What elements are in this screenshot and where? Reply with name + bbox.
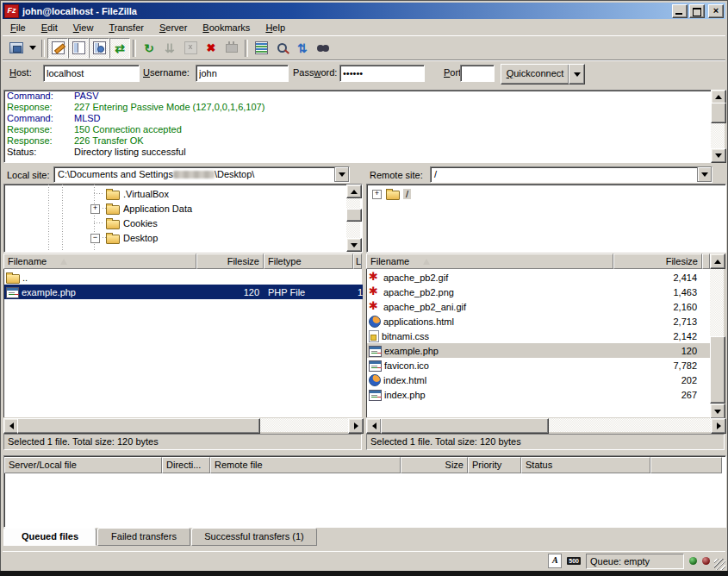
tab-successful-transfers[interactable]: Successful transfers (1) bbox=[191, 528, 317, 546]
file-row[interactable]: bitnami.css2,142 bbox=[367, 329, 711, 343]
toggle-transfer-queue-button[interactable]: ⇄ bbox=[109, 38, 130, 59]
local-site-label: Local site: bbox=[7, 170, 50, 180]
disconnect-button[interactable]: ✖ bbox=[201, 38, 221, 59]
tree-item-virtualbox[interactable]: .VirtualBox bbox=[106, 186, 169, 201]
file-row-parent-dir[interactable]: .. bbox=[4, 270, 363, 285]
toggle-message-log-button[interactable] bbox=[47, 38, 68, 59]
remote-vscrollbar[interactable] bbox=[710, 254, 724, 417]
menu-server[interactable]: Server bbox=[152, 21, 195, 34]
cancel-operation-button[interactable]: x bbox=[180, 38, 201, 59]
folder-icon bbox=[106, 235, 120, 244]
column-header-filesize[interactable]: Filesize bbox=[613, 254, 702, 269]
scroll-down-button[interactable] bbox=[346, 238, 362, 252]
scroll-left-button[interactable] bbox=[366, 418, 382, 434]
remote-hscrollbar[interactable] bbox=[366, 418, 725, 432]
synchronized-browsing-button[interactable]: ⇅ bbox=[292, 38, 313, 59]
close-button[interactable]: × bbox=[708, 4, 724, 18]
column-header-remote-file[interactable]: Remote file bbox=[210, 457, 401, 473]
column-header-server-local-file[interactable]: Server/Local file bbox=[4, 457, 162, 473]
menu-edit[interactable]: Edit bbox=[34, 21, 65, 34]
tree-item-desktop[interactable]: Desktop bbox=[106, 230, 158, 245]
file-row[interactable]: apache_pb2.png1,463 bbox=[367, 285, 711, 299]
folder-icon bbox=[386, 191, 400, 200]
tree-expander[interactable]: − bbox=[90, 234, 100, 243]
file-row[interactable]: favicon.ico7,782 bbox=[367, 358, 711, 373]
log-line: Status:Directory listing successful bbox=[4, 147, 711, 158]
tree-item-root[interactable]: / bbox=[386, 186, 411, 201]
menu-transfer[interactable]: Transfer bbox=[101, 21, 152, 34]
local-path-prefix: C:\Documents and Settings bbox=[58, 169, 173, 179]
toggle-remote-tree-button[interactable] bbox=[89, 38, 109, 59]
scroll-right-button[interactable] bbox=[348, 418, 364, 434]
quickconnect-dropdown-button[interactable] bbox=[569, 64, 585, 85]
tree-expander[interactable]: + bbox=[90, 204, 100, 214]
speed-limits-icon[interactable]: 500 bbox=[567, 557, 581, 565]
directory-comparison-button[interactable] bbox=[251, 38, 271, 59]
toolbar-separator bbox=[245, 40, 248, 57]
reconnect-button[interactable] bbox=[221, 38, 242, 59]
menu-view[interactable]: View bbox=[65, 21, 102, 34]
file-row-selected[interactable]: example.php120 bbox=[367, 343, 711, 358]
tree-expander[interactable]: + bbox=[372, 190, 382, 199]
menu-help[interactable]: Help bbox=[258, 21, 293, 34]
process-queue-button[interactable]: ⇊ bbox=[159, 38, 180, 59]
column-header-filename[interactable]: Filename bbox=[366, 254, 613, 269]
tree-item-application-data[interactable]: Application Data bbox=[106, 201, 192, 216]
local-site-dropdown-button[interactable] bbox=[334, 167, 349, 182]
file-row[interactable]: applications.html2,713 bbox=[367, 314, 711, 329]
column-header-size[interactable]: Size bbox=[401, 457, 468, 473]
column-header-direction[interactable]: Directi... bbox=[162, 457, 210, 473]
column-header-filesize[interactable]: Filesize bbox=[196, 254, 264, 269]
column-header-filename[interactable]: Filename bbox=[3, 254, 196, 269]
chevron-down-icon bbox=[29, 46, 36, 50]
column-header-priority[interactable]: Priority bbox=[468, 457, 521, 473]
column-header-status[interactable]: Status bbox=[521, 457, 650, 473]
scroll-right-button[interactable] bbox=[711, 418, 726, 434]
local-tree-scrollbar[interactable] bbox=[346, 185, 360, 250]
file-row[interactable]: apache_pb2_ani.gif2,160 bbox=[367, 299, 711, 314]
file-row-example-php[interactable]: example.php 120 PHP File 1 bbox=[4, 285, 363, 299]
menu-file[interactable]: File bbox=[3, 21, 34, 34]
file-row[interactable]: index.html202 bbox=[367, 373, 711, 387]
remote-site-dropdown-button[interactable] bbox=[697, 167, 712, 182]
resize-grip[interactable] bbox=[714, 559, 725, 570]
scrollbar-thumb[interactable] bbox=[17, 418, 260, 434]
scrollbar-thumb[interactable] bbox=[711, 103, 726, 123]
scroll-down-button[interactable] bbox=[710, 404, 725, 419]
menu-bookmarks[interactable]: Bookmarks bbox=[195, 21, 258, 34]
password-input[interactable] bbox=[339, 65, 425, 82]
quickconnect-button[interactable]: Quickconnect bbox=[501, 64, 569, 85]
minimize-button[interactable] bbox=[672, 4, 688, 18]
column-header-filetype[interactable]: Filetype bbox=[264, 254, 353, 269]
scrollbar-thumb[interactable] bbox=[346, 209, 362, 222]
local-hscrollbar[interactable] bbox=[3, 418, 362, 432]
tab-failed-transfers[interactable]: Failed transfers bbox=[97, 528, 190, 546]
site-manager-dropdown-button[interactable] bbox=[27, 38, 39, 59]
remote-site-combobox[interactable]: / bbox=[430, 166, 712, 183]
column-header-stub bbox=[702, 254, 710, 269]
column-header-lastmodified[interactable]: L bbox=[353, 254, 362, 269]
site-manager-button[interactable] bbox=[6, 38, 27, 59]
tree-item-cookies[interactable]: Cookies bbox=[106, 216, 158, 230]
filename-filters-button[interactable] bbox=[271, 38, 292, 59]
scroll-up-button[interactable] bbox=[346, 185, 362, 198]
scroll-down-button[interactable] bbox=[711, 148, 726, 163]
scrollbar-thumb[interactable] bbox=[381, 418, 549, 434]
file-row[interactable]: index.php267 bbox=[367, 387, 711, 402]
username-input[interactable] bbox=[196, 65, 289, 82]
log-scrollbar[interactable] bbox=[711, 90, 725, 161]
scrollbar-thumb[interactable] bbox=[710, 336, 725, 404]
file-row[interactable]: apache_pb2.gif2,414 bbox=[367, 270, 711, 285]
host-input[interactable] bbox=[43, 65, 140, 82]
window-bottom-border bbox=[0, 571, 728, 576]
maximize-button[interactable] bbox=[689, 4, 705, 18]
port-input[interactable] bbox=[460, 65, 495, 82]
tab-queued-files[interactable]: Queued files bbox=[3, 528, 96, 546]
local-site-combobox[interactable]: C:\Documents and Settings\Desktop\ bbox=[53, 166, 350, 183]
transfer-type-indicator-icon[interactable]: A bbox=[548, 554, 562, 568]
refresh-button[interactable]: ↻ bbox=[139, 38, 159, 59]
toggle-local-tree-button[interactable] bbox=[68, 38, 89, 59]
folder-icon bbox=[106, 205, 120, 215]
scroll-up-button[interactable] bbox=[710, 254, 725, 269]
find-files-button[interactable] bbox=[313, 38, 333, 59]
